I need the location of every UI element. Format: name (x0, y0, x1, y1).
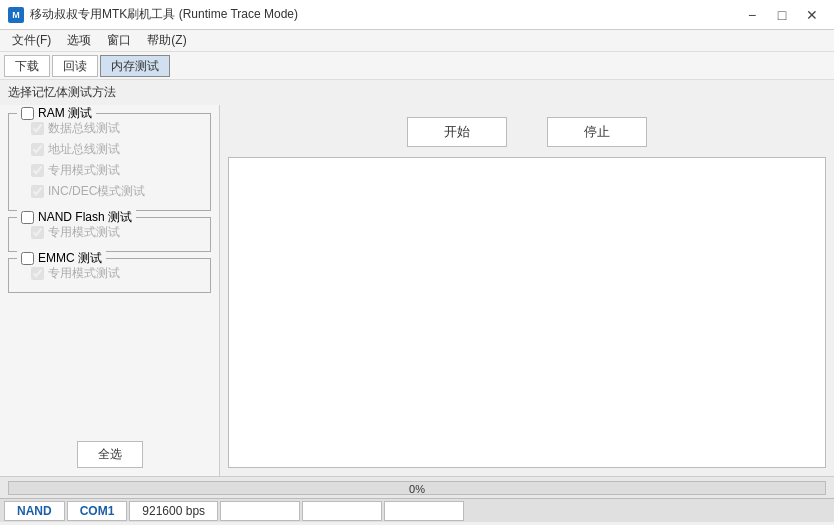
ram-data-bus-checkbox[interactable] (31, 122, 44, 135)
status-empty-3 (384, 501, 464, 521)
nand-dedicated-checkbox[interactable] (31, 226, 44, 239)
select-all-button[interactable]: 全选 (77, 441, 143, 468)
status-baud: 921600 bps (129, 501, 218, 521)
window-title: 移动叔叔专用MTK刷机工具 (Runtime Trace Mode) (30, 6, 738, 23)
emmc-group-legend: EMMC 测试 (17, 250, 106, 267)
progress-area: 0% (0, 476, 834, 498)
status-bar: NAND COM1 921600 bps (0, 498, 834, 522)
left-panel: RAM 测试 数据总线测试 地址总线测试 专用模式测试 INC/DEC模式测试 (0, 105, 220, 476)
emmc-group: EMMC 测试 专用模式测试 (8, 258, 211, 293)
app-icon: M (8, 7, 24, 23)
window-controls: − □ ✕ (738, 4, 826, 26)
section-title: 选择记忆体测试方法 (0, 80, 834, 105)
ram-dedicated-label: 专用模式测试 (48, 162, 120, 179)
nand-label: NAND Flash 测试 (38, 209, 132, 226)
ram-group: RAM 测试 数据总线测试 地址总线测试 专用模式测试 INC/DEC模式测试 (8, 113, 211, 211)
ram-incdec-label: INC/DEC模式测试 (48, 183, 145, 200)
status-com: COM1 (67, 501, 128, 521)
ram-sub-item-3: INC/DEC模式测试 (17, 181, 202, 202)
emmc-label: EMMC 测试 (38, 250, 102, 267)
ram-sub-item-2: 专用模式测试 (17, 160, 202, 181)
start-button[interactable]: 开始 (407, 117, 507, 147)
minimize-button[interactable]: − (738, 4, 766, 26)
ram-group-check-container: RAM 测试 (21, 105, 92, 122)
nand-dedicated-label: 专用模式测试 (48, 224, 120, 241)
nand-group: NAND Flash 测试 专用模式测试 (8, 217, 211, 252)
stop-button[interactable]: 停止 (547, 117, 647, 147)
menu-options[interactable]: 选项 (59, 30, 99, 51)
ram-checkbox[interactable] (21, 107, 34, 120)
menu-bar: 文件(F) 选项 窗口 帮助(Z) (0, 30, 834, 52)
maximize-button[interactable]: □ (768, 4, 796, 26)
ram-addr-bus-label: 地址总线测试 (48, 141, 120, 158)
output-area (228, 157, 826, 468)
status-nand: NAND (4, 501, 65, 521)
emmc-group-check-container: EMMC 测试 (21, 250, 102, 267)
emmc-dedicated-checkbox[interactable] (31, 267, 44, 280)
status-empty-1 (220, 501, 300, 521)
toolbar-memtest[interactable]: 内存测试 (100, 55, 170, 77)
ram-addr-bus-checkbox[interactable] (31, 143, 44, 156)
progress-text: 0% (9, 482, 825, 496)
menu-file[interactable]: 文件(F) (4, 30, 59, 51)
ram-sub-item-1: 地址总线测试 (17, 139, 202, 160)
toolbar-download[interactable]: 下载 (4, 55, 50, 77)
toolbar-readback[interactable]: 回读 (52, 55, 98, 77)
emmc-checkbox[interactable] (21, 252, 34, 265)
status-empty-2 (302, 501, 382, 521)
action-buttons: 开始 停止 (228, 113, 826, 151)
title-bar: M 移动叔叔专用MTK刷机工具 (Runtime Trace Mode) − □… (0, 0, 834, 30)
ram-incdec-checkbox[interactable] (31, 185, 44, 198)
right-panel: 开始 停止 (220, 105, 834, 476)
toolbar: 下载 回读 内存测试 (0, 52, 834, 80)
nand-group-legend: NAND Flash 测试 (17, 209, 136, 226)
progress-bar-container: 0% (8, 481, 826, 495)
main-content: RAM 测试 数据总线测试 地址总线测试 专用模式测试 INC/DEC模式测试 (0, 105, 834, 476)
emmc-dedicated-label: 专用模式测试 (48, 265, 120, 282)
nand-checkbox[interactable] (21, 211, 34, 224)
close-button[interactable]: ✕ (798, 4, 826, 26)
ram-label: RAM 测试 (38, 105, 92, 122)
nand-group-check-container: NAND Flash 测试 (21, 209, 132, 226)
menu-window[interactable]: 窗口 (99, 30, 139, 51)
ram-dedicated-checkbox[interactable] (31, 164, 44, 177)
menu-help[interactable]: 帮助(Z) (139, 30, 194, 51)
ram-group-legend: RAM 测试 (17, 105, 96, 122)
ram-data-bus-label: 数据总线测试 (48, 120, 120, 137)
